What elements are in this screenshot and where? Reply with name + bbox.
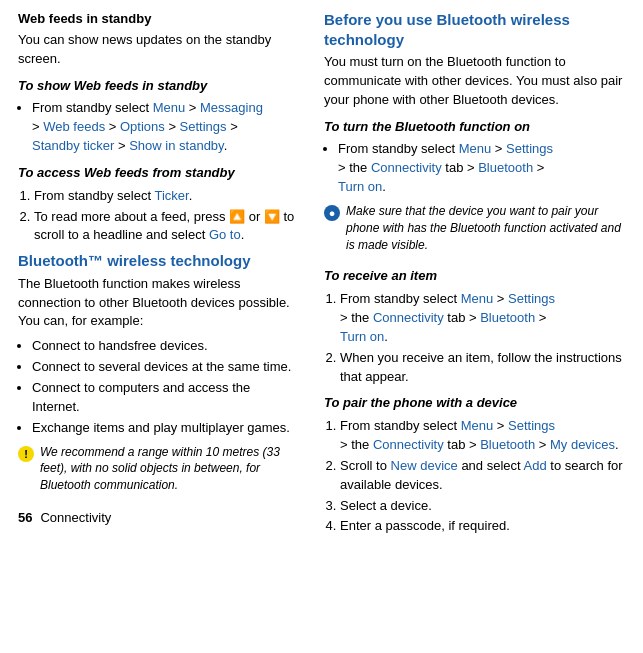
before-bluetooth-heading: Before you use Bluetooth wireless techno… xyxy=(324,10,625,49)
list-item: Connect to several devices at the same t… xyxy=(32,358,296,377)
bluetooth-body: The Bluetooth function makes wireless co… xyxy=(18,275,296,332)
menu-link3: Menu xyxy=(461,291,494,306)
options-link: Options xyxy=(120,119,165,134)
messaging-link: Messaging xyxy=(200,100,263,115)
web-feeds-body: You can show news updates on the standby… xyxy=(18,31,296,69)
list-item: To read more about a feed, press 🔼 or 🔽 … xyxy=(34,208,296,246)
turn-on-list: From standby select Menu > Settings > th… xyxy=(338,140,625,197)
list-item: Exchange items and play multiplayer game… xyxy=(32,419,296,438)
page-number: 56 xyxy=(18,510,32,525)
italic-heading-receive: To receive an item xyxy=(324,267,625,286)
before-bluetooth-body: You must turn on the Bluetooth function … xyxy=(324,53,625,110)
settings-link3: Settings xyxy=(508,291,555,306)
web-feeds-heading: Web feeds in standby xyxy=(18,10,296,29)
menu-link2: Menu xyxy=(459,141,492,156)
list-item: From standby select Menu > Settings > th… xyxy=(340,417,625,455)
list-item: Connect to computers and access the Inte… xyxy=(32,379,296,417)
standby-ticker-link: Standby ticker xyxy=(32,138,114,153)
bluetooth-link2: Bluetooth xyxy=(480,310,535,325)
bluetooth-note-text: We recommend a range within 10 metres (3… xyxy=(40,444,296,494)
settings-link: Settings xyxy=(180,119,227,134)
italic-heading-show: To show Web feeds in standby xyxy=(18,77,296,96)
italic-heading-access: To access Web feeds from standby xyxy=(18,164,296,183)
add-link: Add xyxy=(524,458,547,473)
list-item: Connect to handsfree devices. xyxy=(32,337,296,356)
list-item: Select a device. xyxy=(340,497,625,516)
settings-link4: Settings xyxy=(508,418,555,433)
menu-link4: Menu xyxy=(461,418,494,433)
turn-on-link2: Turn on xyxy=(340,329,384,344)
left-column: Web feeds in standby You can show news u… xyxy=(0,0,310,653)
make-sure-note-text: Make sure that the device you want to pa… xyxy=(346,203,625,253)
bluetooth-note: ! We recommend a range within 10 metres … xyxy=(18,444,296,500)
page: Web feeds in standby You can show news u… xyxy=(0,0,643,653)
receive-item-list: From standby select Menu > Settings > th… xyxy=(340,290,625,386)
pair-device-list: From standby select Menu > Settings > th… xyxy=(340,417,625,536)
bluetooth-link3: Bluetooth xyxy=(480,437,535,452)
goto-link: Go to xyxy=(209,227,241,242)
bluetooth-section-heading: Bluetooth™ wireless technology xyxy=(18,251,296,271)
bluetooth-bullets: Connect to handsfree devices. Connect to… xyxy=(32,337,296,437)
italic-heading-pair: To pair the phone with a device xyxy=(324,394,625,413)
show-feeds-list: From standby select Menu > Messaging > W… xyxy=(32,99,296,156)
footer: 56 Connectivity xyxy=(18,510,296,525)
my-devices-link: My devices xyxy=(550,437,615,452)
list-item: From standby select Menu > Settings > th… xyxy=(338,140,625,197)
bluetooth-link: Bluetooth xyxy=(478,160,533,175)
list-item: Enter a passcode, if required. xyxy=(340,517,625,536)
list-item: From standby select Menu > Settings > th… xyxy=(340,290,625,347)
note-icon-yellow: ! xyxy=(18,446,34,462)
show-in-standby-link: Show in standby xyxy=(129,138,223,153)
make-sure-note: ● Make sure that the device you want to … xyxy=(324,203,625,259)
connectivity-link2: Connectivity xyxy=(373,310,444,325)
connectivity-link: Connectivity xyxy=(371,160,442,175)
italic-heading-turn-on: To turn the Bluetooth function on xyxy=(324,118,625,137)
right-column: Before you use Bluetooth wireless techno… xyxy=(310,0,643,653)
note-icon-blue: ● xyxy=(324,205,340,221)
turn-on-link: Turn on xyxy=(338,179,382,194)
list-item: From standby select Ticker. xyxy=(34,187,296,206)
footer-label: Connectivity xyxy=(40,510,111,525)
connectivity-link3: Connectivity xyxy=(373,437,444,452)
settings-link2: Settings xyxy=(506,141,553,156)
list-item: Scroll to New device and select Add to s… xyxy=(340,457,625,495)
list-item: From standby select Menu > Messaging > W… xyxy=(32,99,296,156)
new-device-link: New device xyxy=(391,458,458,473)
webfeeds-link: Web feeds xyxy=(43,119,105,134)
menu-link: Menu xyxy=(153,100,186,115)
ticker-link: Ticker xyxy=(154,188,188,203)
list-item: When you receive an item, follow the ins… xyxy=(340,349,625,387)
access-feeds-list: From standby select Ticker. To read more… xyxy=(34,187,296,246)
